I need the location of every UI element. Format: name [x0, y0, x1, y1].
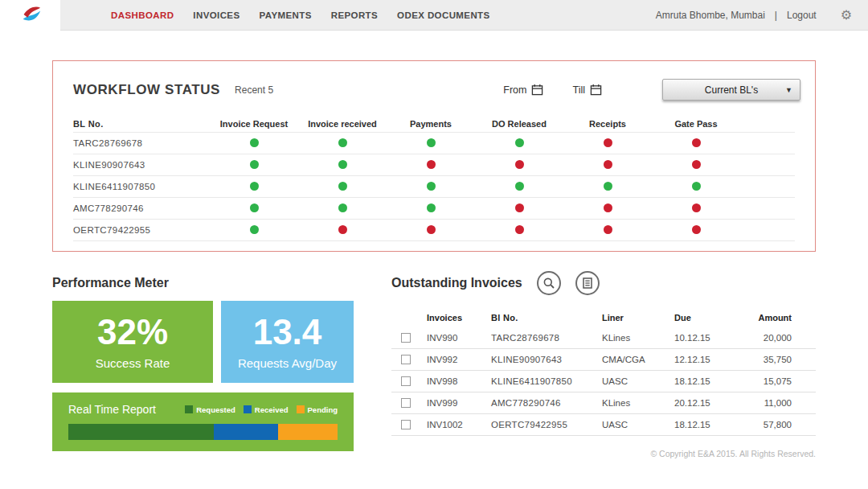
status-cell — [563, 138, 652, 149]
main-nav: DASHBOARDINVOICESPAYMENTSREPORTSODEX DOC… — [111, 10, 490, 20]
status-cell — [387, 182, 475, 192]
invoice-checkbox[interactable] — [401, 376, 411, 386]
invoice-amount: 11,000 — [747, 398, 816, 408]
nav-item-odex-documents[interactable]: ODEX DOCUMENTS — [397, 10, 490, 20]
nav-item-payments[interactable]: PAYMENTS — [260, 10, 312, 20]
search-icon[interactable] — [537, 271, 561, 295]
status-cell — [210, 182, 298, 192]
workflow-column-header: DO Released — [475, 119, 563, 129]
status-dot-red — [427, 225, 436, 234]
till-calendar-icon[interactable] — [590, 84, 602, 96]
chevron-down-icon: ▼ — [785, 86, 792, 94]
top-nav-bar: DASHBOARDINVOICESPAYMENTSREPORTSODEX DOC… — [0, 0, 868, 31]
bl-number: TARC28769678 — [73, 138, 210, 148]
workflow-header: WORKFLOW STATUS Recent 5 From Till Curre… — [53, 74, 815, 101]
bl-number: OERTC79422955 — [73, 225, 210, 235]
invoice-bl-number: TARC28769678 — [491, 333, 602, 343]
status-cell — [298, 160, 387, 171]
success-rate-value: 32% — [97, 314, 168, 350]
checkbox-cell — [391, 398, 427, 408]
top-right-area: Amruta Bhombe, Mumbai | Logout ⚙ — [656, 7, 868, 23]
invoice-row: INV998KLINE6411907850UASC18.12.1515,075 — [391, 371, 816, 392]
invoice-number: INV990 — [427, 333, 491, 343]
invoice-checkbox[interactable] — [401, 398, 411, 408]
progress-segment — [68, 424, 214, 440]
invoice-bl-number: AMC778290746 — [491, 398, 602, 408]
invoice-amount: 57,800 — [747, 420, 816, 429]
status-cell — [652, 182, 740, 192]
status-dot-green — [604, 182, 612, 191]
checkbox-cell — [391, 420, 427, 429]
status-cell — [475, 138, 563, 149]
invoice-due-date: 18.12.15 — [674, 376, 747, 386]
invoice-amount: 15,075 — [747, 376, 816, 386]
app-logo[interactable] — [0, 0, 60, 31]
status-cell — [563, 182, 652, 192]
status-cell — [652, 160, 740, 171]
real-time-header: Real Time Report RequestedReceivedPendin… — [68, 403, 338, 416]
success-rate-box: 32% Success Rate — [52, 301, 213, 383]
user-info: Amruta Bhombe, Mumbai — [656, 10, 765, 21]
status-cell — [475, 203, 563, 214]
status-cell — [563, 225, 652, 236]
status-dot-red — [604, 138, 612, 147]
status-dot-red — [604, 203, 612, 212]
invoices-table-header: InvoicesBl No.LinerDueAmount — [391, 308, 816, 327]
status-dot-red — [692, 138, 701, 147]
nav-item-reports[interactable]: REPORTS — [331, 10, 378, 20]
invoices-column-header: Amount — [747, 313, 816, 323]
logo-bird-icon — [18, 3, 43, 27]
status-cell — [563, 160, 652, 171]
date-filters: From Till — [503, 84, 602, 96]
workflow-table-header: BL No.Invoice RequestInvoice receivedPay… — [73, 115, 795, 133]
requests-avg-label: Requests Avg/Day — [238, 356, 337, 370]
status-cell — [652, 203, 740, 214]
outstanding-invoices-header: Outstanding Invoices — [391, 271, 816, 295]
invoice-checkbox[interactable] — [401, 420, 411, 429]
from-calendar-icon[interactable] — [531, 84, 543, 96]
invoice-liner: UASC — [602, 420, 674, 429]
document-icon[interactable] — [575, 271, 600, 295]
status-cell — [387, 138, 475, 149]
status-dot-red — [604, 160, 612, 169]
logout-link[interactable]: Logout — [787, 10, 817, 21]
invoice-due-date: 20.12.15 — [674, 398, 747, 408]
status-dot-red — [692, 203, 701, 212]
nav-item-dashboard[interactable]: DASHBOARD — [111, 10, 174, 20]
legend-swatch — [244, 405, 252, 413]
status-dot-red — [338, 225, 347, 234]
checkbox-cell — [391, 376, 427, 386]
invoice-liner: KLines — [602, 333, 674, 343]
workflow-subtitle: Recent 5 — [235, 84, 273, 96]
invoice-checkbox[interactable] — [401, 333, 411, 343]
status-dot-green — [338, 203, 347, 212]
status-dot-green — [250, 225, 259, 234]
checkbox-cell — [391, 355, 427, 364]
status-dot-red — [515, 203, 524, 212]
status-dot-green — [427, 182, 436, 191]
status-dot-red — [515, 225, 524, 234]
nav-item-invoices[interactable]: INVOICES — [193, 10, 240, 20]
real-time-title: Real Time Report — [68, 403, 156, 416]
status-dot-green — [515, 182, 524, 191]
status-dot-green — [338, 182, 347, 191]
invoice-liner: CMA/CGA — [602, 355, 674, 364]
status-dot-green — [692, 182, 701, 191]
invoice-bl-number: OERTC79422955 — [491, 420, 602, 429]
invoice-row: INV990TARC28769678KLines10.12.1520,000 — [391, 327, 816, 349]
workflow-title: WORKFLOW STATUS — [73, 82, 220, 98]
progress-segment — [214, 424, 278, 440]
workflow-row: AMC778290746 — [73, 198, 795, 220]
gear-icon[interactable]: ⚙ — [841, 7, 852, 23]
status-cell — [298, 138, 387, 149]
status-dot-green — [250, 160, 259, 169]
workflow-table: BL No.Invoice RequestInvoice receivedPay… — [53, 115, 815, 241]
status-cell — [298, 182, 387, 192]
workflow-row: KLINE6411907850 — [73, 176, 795, 198]
bl-filter-dropdown[interactable]: Current BL's ▼ — [662, 79, 800, 101]
invoice-checkbox[interactable] — [401, 355, 411, 364]
status-dot-green — [427, 138, 436, 147]
workflow-column-header: Invoice received — [298, 119, 387, 129]
bl-number: KLINE6411907850 — [73, 182, 210, 191]
status-cell — [210, 203, 298, 214]
